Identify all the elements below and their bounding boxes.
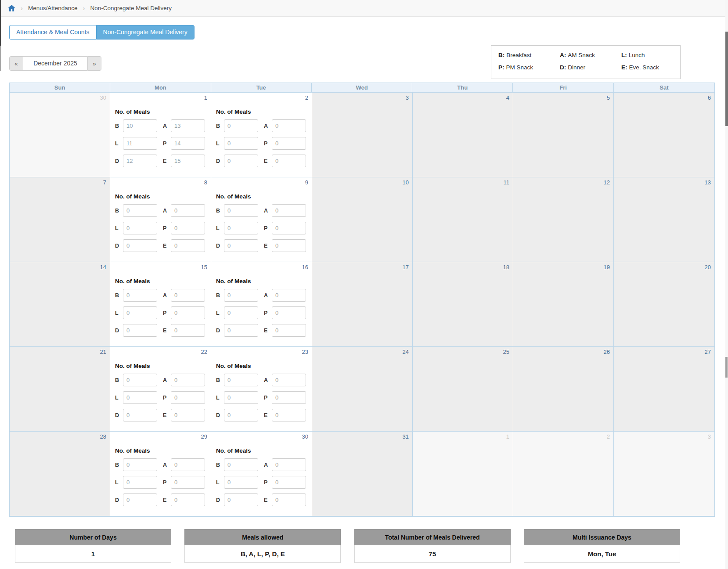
meal-input-L-day-29[interactable] <box>123 476 157 489</box>
meal-input-D-day-2[interactable] <box>224 155 258 167</box>
meal-label-P: P <box>264 225 269 231</box>
meal-input-L-day-23[interactable] <box>224 391 258 404</box>
meal-input-A-day-22[interactable] <box>171 374 205 386</box>
meal-input-E-day-29[interactable] <box>171 493 205 506</box>
meal-input-A-day-2[interactable] <box>272 119 306 132</box>
meal-input-D-day-22[interactable] <box>123 409 157 421</box>
meal-input-P-day-8[interactable] <box>171 222 205 234</box>
next-month-button[interactable]: » <box>87 56 101 71</box>
meal-input-B-day-22[interactable] <box>123 374 157 386</box>
meal-input-D-day-16[interactable] <box>224 324 258 337</box>
meal-input-row: DE <box>216 155 312 167</box>
meal-label-E: E <box>264 328 269 334</box>
meal-input-B-day-1[interactable] <box>123 119 157 132</box>
meal-input-row: LP <box>216 222 312 234</box>
meal-input-P-day-22[interactable] <box>171 391 205 404</box>
meal-input-P-day-29[interactable] <box>171 476 205 489</box>
meal-input-B-day-23[interactable] <box>224 374 258 386</box>
meal-input-D-day-1[interactable] <box>123 155 157 167</box>
day-number: 21 <box>100 349 106 355</box>
meal-label-A: A <box>264 377 269 383</box>
meal-input-A-day-29[interactable] <box>171 458 205 471</box>
meal-input-E-day-15[interactable] <box>171 324 205 337</box>
meal-input-L-day-30[interactable] <box>224 476 258 489</box>
meal-input-B-day-30[interactable] <box>224 458 258 471</box>
scrollbar-thumb[interactable] <box>725 32 728 126</box>
meal-input-P-day-2[interactable] <box>272 137 306 150</box>
meal-input-P-day-30[interactable] <box>272 476 306 489</box>
scrollbar-thumb[interactable] <box>725 357 728 378</box>
meal-input-P-day-1[interactable] <box>171 137 205 150</box>
tab-attendance-meal-counts[interactable]: Attendance & Meal Counts <box>9 25 96 40</box>
breadcrumb-item-menus-attendance[interactable]: Menus/Attendance <box>28 5 78 11</box>
meal-input-row: BA <box>115 374 211 386</box>
tab-non-congregate-meal-delivery[interactable]: Non-Congregate Meal Delivery <box>96 25 195 40</box>
calendar-day-cell: 14 <box>10 262 110 347</box>
meal-input-B-day-8[interactable] <box>123 204 157 217</box>
meal-input-B-day-9[interactable] <box>224 204 258 217</box>
meal-input-B-day-2[interactable] <box>224 119 258 132</box>
meal-input-E-day-1[interactable] <box>171 155 205 167</box>
day-header-tue: Tue <box>211 83 312 93</box>
meal-input-L-day-8[interactable] <box>123 222 157 234</box>
meal-label-E: E <box>264 243 269 249</box>
meal-input-A-day-1[interactable] <box>171 119 205 132</box>
meal-input-B-day-15[interactable] <box>123 289 157 302</box>
meal-label-D: D <box>216 158 221 164</box>
meal-input-E-day-30[interactable] <box>272 493 306 506</box>
meal-input-A-day-15[interactable] <box>171 289 205 302</box>
meal-input-D-day-15[interactable] <box>123 324 157 337</box>
meal-input-E-day-9[interactable] <box>272 239 306 252</box>
meal-label-B: B <box>216 208 221 214</box>
day-number: 6 <box>708 94 711 101</box>
meal-input-D-day-8[interactable] <box>123 239 157 252</box>
meal-input-B-day-16[interactable] <box>224 289 258 302</box>
meal-label-D: D <box>216 497 221 503</box>
summary-title: Multi Issuance Days <box>524 529 680 545</box>
meal-input-P-day-23[interactable] <box>272 391 306 404</box>
meal-input-L-day-15[interactable] <box>123 306 157 319</box>
day-number: 25 <box>503 349 509 355</box>
home-icon[interactable] <box>8 5 15 11</box>
meal-legend: BBreakfast AAM Snack LLunch PPM Snack DD… <box>491 45 681 79</box>
calendar-day-cell: 15No. of MealsBALPDE <box>110 262 211 347</box>
meal-input-E-day-2[interactable] <box>272 155 306 167</box>
meal-input-A-day-16[interactable] <box>272 289 306 302</box>
meal-label-B: B <box>115 292 120 299</box>
calendar-day-cell: 28 <box>10 432 110 516</box>
meal-input-row: DE <box>216 239 312 252</box>
meal-input-L-day-16[interactable] <box>224 306 258 319</box>
month-navigation: « December 2025 » <box>9 56 101 71</box>
meal-input-A-day-30[interactable] <box>272 458 306 471</box>
meal-input-A-day-9[interactable] <box>272 204 306 217</box>
meal-input-P-day-16[interactable] <box>272 306 306 319</box>
meal-input-E-day-22[interactable] <box>171 409 205 421</box>
meal-input-E-day-23[interactable] <box>272 409 306 421</box>
meal-label-B: B <box>216 462 221 468</box>
calendar-header-row: SunMonTueWedThuFriSat <box>10 83 714 93</box>
meal-input-L-day-9[interactable] <box>224 222 258 234</box>
meal-input-E-day-8[interactable] <box>171 239 205 252</box>
meal-input-D-day-23[interactable] <box>224 409 258 421</box>
meal-input-row: LP <box>216 391 312 404</box>
meal-input-L-day-22[interactable] <box>123 391 157 404</box>
previous-month-button[interactable]: « <box>9 56 23 71</box>
meal-input-L-day-1[interactable] <box>123 137 157 150</box>
meal-input-D-day-29[interactable] <box>123 493 157 506</box>
meal-input-D-day-30[interactable] <box>224 493 258 506</box>
meal-input-L-day-2[interactable] <box>224 137 258 150</box>
meal-label-E: E <box>163 412 168 418</box>
day-number: 16 <box>302 264 308 270</box>
meal-input-P-day-15[interactable] <box>171 306 205 319</box>
meal-input-E-day-16[interactable] <box>272 324 306 337</box>
meal-input-A-day-23[interactable] <box>272 374 306 386</box>
meal-input-B-day-29[interactable] <box>123 458 157 471</box>
meal-input-A-day-8[interactable] <box>171 204 205 217</box>
meal-input-P-day-9[interactable] <box>272 222 306 234</box>
vertical-scrollbar[interactable] <box>725 0 728 569</box>
legend-item-eve-snack: EEve. Snack <box>621 64 674 71</box>
meal-input-D-day-9[interactable] <box>224 239 258 252</box>
calendar-day-cell: 25 <box>413 347 513 432</box>
summary-title: Number of Days <box>15 529 171 545</box>
meal-input-row: DE <box>216 409 312 421</box>
